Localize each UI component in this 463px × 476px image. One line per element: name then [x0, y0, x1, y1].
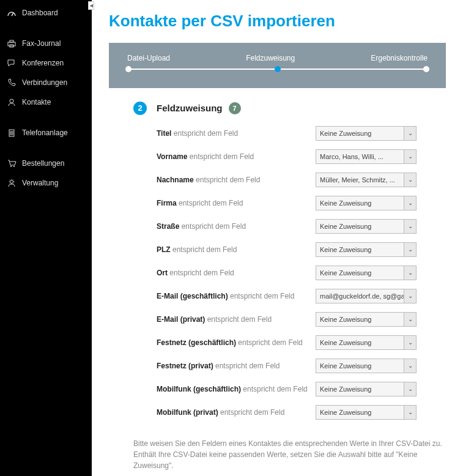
sidebar-item-verbindungen[interactable]: Verbindungen	[0, 73, 92, 92]
field-select[interactable]: Keine Zuweisung⌄	[316, 312, 417, 327]
svg-rect-1	[8, 42, 15, 46]
field-select[interactable]: Marco, Hans, Willi, ...⌄	[316, 149, 417, 164]
field-row: Nachname entspricht dem FeldMüller, Meie…	[157, 173, 446, 187]
progress-dot-1	[125, 66, 131, 72]
sidebar-item-label: Kontakte	[22, 98, 51, 106]
chevron-down-icon: ⌄	[404, 127, 416, 140]
svg-point-9	[10, 166, 12, 167]
field-select-value: Keine Zuweisung	[316, 199, 404, 207]
field-row: Festnetz (geschäftlich) entspricht dem F…	[157, 335, 446, 350]
sidebar-item-dashboard[interactable]: Dashboard	[0, 3, 92, 23]
field-select[interactable]: Keine Zuweisung⌄	[316, 126, 417, 141]
field-select[interactable]: Keine Zuweisung⌄	[316, 382, 417, 396]
progress-step-3-label: Ergebniskontrolle	[371, 54, 428, 62]
sidebar-item-label: Verbindungen	[22, 78, 67, 87]
svg-line-0	[12, 13, 13, 16]
field-row: E-Mail (privat) entspricht dem FeldKeine…	[157, 312, 446, 327]
field-select[interactable]: Keine Zuweisung⌄	[316, 405, 417, 420]
chevron-down-icon: ⌄	[404, 150, 416, 163]
sidebar-item-fax-journal[interactable]: Fax-Journal	[0, 34, 92, 53]
field-select-value: mail@guckeldorf.de, sg@gartner.de	[316, 292, 404, 300]
progress-dot-3	[423, 66, 429, 72]
field-select-value: Keine Zuweisung	[316, 409, 404, 416]
chevron-down-icon: ⌄	[404, 243, 416, 256]
field-select-value: Keine Zuweisung	[316, 316, 404, 323]
sidebar-item-label: Bestellungen	[22, 159, 64, 168]
field-select[interactable]: Keine Zuweisung⌄	[316, 242, 417, 257]
sidebar-item-label: Konferenzen	[22, 59, 64, 67]
chevron-down-icon: ⌄	[404, 173, 416, 187]
printer-icon	[6, 39, 17, 48]
progress-dot-2-active	[275, 66, 281, 72]
phone-icon	[6, 78, 17, 87]
chevron-down-icon: ⌄	[404, 359, 416, 373]
svg-point-10	[13, 166, 15, 167]
field-row: Mobilfunk (geschäftlich) entspricht dem …	[157, 382, 446, 396]
field-row: Straße entspricht dem FeldKeine Zuweisun…	[157, 219, 446, 234]
field-select[interactable]: Müller, Meier, Schmitz, ...⌄	[316, 173, 417, 187]
field-label: Titel entspricht dem Feld	[157, 129, 316, 138]
chevron-down-icon: ⌄	[404, 196, 416, 210]
field-name: Mobilfunk (geschäftlich)	[157, 385, 241, 393]
field-row: Festnetz (privat) entspricht dem FeldKei…	[157, 359, 446, 373]
svg-point-11	[10, 180, 13, 184]
field-select-value: Keine Zuweisung	[316, 385, 404, 393]
sidebar-item-konferenzen[interactable]: Konferenzen	[0, 53, 92, 73]
field-select-value: Keine Zuweisung	[316, 130, 404, 137]
field-select[interactable]: mail@guckeldorf.de, sg@gartner.de⌄	[316, 289, 417, 303]
field-label: E-Mail (privat) entspricht dem Feld	[157, 315, 316, 324]
field-row: Mobilfunk (privat) entspricht dem FeldKe…	[157, 405, 446, 420]
dashboard-icon	[6, 8, 17, 18]
field-name: E-Mail (geschäftlich)	[157, 292, 228, 300]
svg-point-4	[10, 99, 13, 103]
field-select-value: Müller, Meier, Schmitz, ...	[316, 176, 404, 184]
field-select-value: Keine Zuweisung	[316, 223, 404, 230]
sidebar-item-kontakte[interactable]: Kontakte	[0, 92, 92, 112]
field-name: Festnetz (privat)	[157, 362, 213, 370]
field-name: Straße	[157, 222, 179, 231]
field-name: Firma	[157, 199, 177, 207]
main-content: Kontakte per CSV importieren Datei-Uploa…	[92, 0, 463, 476]
progress-step-1-label: Datei-Upload	[127, 54, 170, 62]
field-name: Mobilfunk (privat)	[157, 408, 218, 417]
field-name: Nachname	[157, 176, 194, 184]
field-select-value: Keine Zuweisung	[316, 269, 404, 277]
admin-icon	[6, 178, 17, 188]
field-name: Vorname	[157, 152, 187, 161]
field-select-value: Keine Zuweisung	[316, 339, 404, 346]
field-label: Festnetz (geschäftlich) entspricht dem F…	[157, 338, 316, 347]
field-select[interactable]: Keine Zuweisung⌄	[316, 359, 417, 373]
field-label: E-Mail (geschäftlich) entspricht dem Fel…	[157, 292, 316, 300]
field-select[interactable]: Keine Zuweisung⌄	[316, 266, 417, 280]
field-name: Titel	[157, 129, 171, 138]
sidebar-item-label: Verwaltung	[22, 179, 58, 187]
sidebar-item-verwaltung[interactable]: Verwaltung	[0, 173, 92, 193]
field-label: Festnetz (privat) entspricht dem Feld	[157, 362, 316, 370]
help-text: Bitte weisen Sie den Feldern eines Konta…	[133, 438, 446, 471]
sidebar-item-bestellungen[interactable]: Bestellungen	[0, 154, 92, 173]
cart-icon	[6, 158, 17, 168]
field-select[interactable]: Keine Zuweisung⌄	[316, 335, 417, 350]
field-label: PLZ entspricht dem Feld	[157, 245, 316, 254]
chevron-down-icon: ⌄	[404, 220, 416, 233]
field-select[interactable]: Keine Zuweisung⌄	[316, 219, 417, 234]
field-select[interactable]: Keine Zuweisung⌄	[316, 196, 417, 210]
sidebar-item-telefonanlage[interactable]: Telefonanlage	[0, 123, 92, 143]
field-label: Nachname entspricht dem Feld	[157, 176, 316, 184]
field-label: Ort entspricht dem Feld	[157, 269, 316, 277]
chevron-down-icon: ⌄	[404, 313, 416, 326]
field-name: Festnetz (geschäftlich)	[157, 338, 236, 347]
field-label: Firma entspricht dem Feld	[157, 199, 316, 207]
field-row: PLZ entspricht dem FeldKeine Zuweisung⌄	[157, 242, 446, 257]
field-select-value: Keine Zuweisung	[316, 246, 404, 253]
field-mapping-list: Titel entspricht dem FeldKeine Zuweisung…	[157, 126, 446, 420]
field-label: Mobilfunk (geschäftlich) entspricht dem …	[157, 385, 316, 393]
chevron-down-icon: ⌄	[404, 382, 416, 396]
sidebar: ◄ Dashboard Fax-Journal Konferenzen Verb…	[0, 0, 92, 476]
chat-icon	[6, 58, 17, 68]
svg-rect-2	[10, 40, 13, 42]
field-label: Straße entspricht dem Feld	[157, 222, 316, 231]
chevron-down-icon: ⌄	[404, 406, 416, 419]
user-icon	[6, 97, 17, 107]
chevron-down-icon: ⌄	[404, 266, 416, 280]
